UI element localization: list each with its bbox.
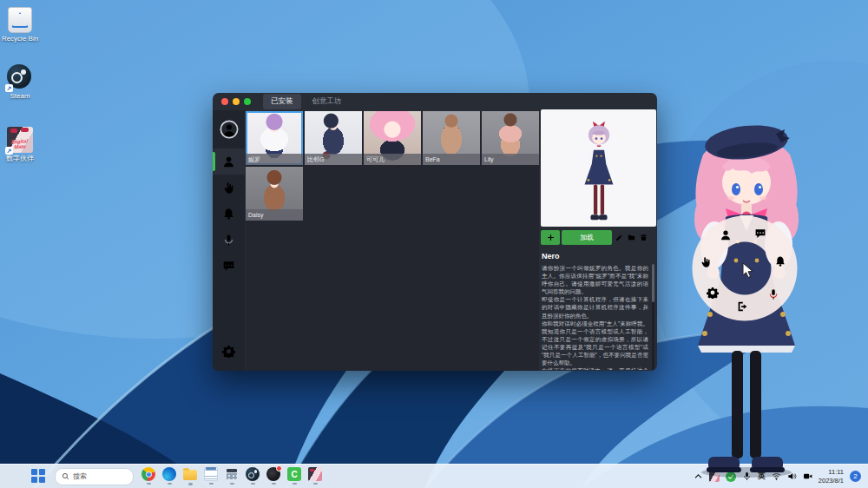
start-button[interactable]: [31, 469, 46, 484]
load-button[interactable]: 加载: [562, 230, 612, 245]
search-placeholder: 搜索: [73, 472, 87, 481]
taskbar-app-digital-mate[interactable]: [307, 465, 323, 487]
chat-icon: [222, 260, 235, 273]
shortcut-arrow-icon: ↗: [5, 84, 13, 92]
preview-character-art: [576, 115, 621, 227]
sidebar-item-microphone[interactable]: [213, 227, 245, 253]
character-name: 可可儿: [364, 154, 421, 165]
pencil-icon: [615, 234, 623, 241]
character-card-nero[interactable]: 妮罗: [246, 111, 303, 165]
character-name: 比邻G: [305, 154, 362, 165]
character-title: Nero: [542, 252, 657, 260]
person-icon: [222, 155, 235, 168]
steam-icon: ↗: [7, 64, 33, 90]
avatar-icon: [220, 120, 239, 139]
maximize-button[interactable]: [244, 98, 251, 105]
calculator-icon: [225, 467, 239, 481]
edit-button[interactable]: [614, 230, 624, 245]
sidebar-item-chat[interactable]: [213, 253, 245, 279]
taskbar-app-chrome[interactable]: [141, 465, 156, 487]
edge-icon: [162, 467, 176, 481]
digital-mate-taskbar-icon: [308, 467, 322, 481]
search-input[interactable]: 搜索: [55, 468, 134, 485]
radial-touch-icon[interactable]: [700, 256, 712, 268]
character-preview-image: [541, 109, 656, 227]
character-manager-window: 已安装 创意工坊 妮罗 比邻G 可可儿 BeFa: [213, 93, 657, 371]
character-grid: 妮罗 比邻G 可可儿 BeFa Lily Daisy: [246, 111, 539, 371]
character-card-lily[interactable]: Lily: [482, 111, 539, 165]
tray-date: 2023/8/1: [819, 477, 844, 485]
shortcut-arrow-icon: ↗: [5, 147, 13, 155]
sidebar-item-character[interactable]: [213, 148, 245, 175]
radial-exit-icon[interactable]: [736, 300, 748, 313]
sidebar-item-notifications[interactable]: [213, 201, 245, 227]
mouse-cursor: [742, 262, 753, 279]
microphone-icon: [222, 234, 235, 247]
add-character-button[interactable]: [541, 230, 560, 245]
notepad-icon: [204, 467, 218, 481]
sidebar-item-profile[interactable]: [213, 110, 245, 148]
desktop-screen: Recycle Bin ↗ Steam Digital Mate ↗ 数字伙伴: [0, 0, 868, 488]
close-button[interactable]: [221, 98, 228, 105]
radial-chat-icon[interactable]: [754, 228, 766, 240]
desktop-icon-label: Steam: [0, 93, 40, 101]
taskbar-app-file-explorer[interactable]: [182, 465, 198, 487]
hand-touch-icon: [222, 181, 235, 195]
taskbar-app-calculator[interactable]: [224, 465, 240, 487]
character-card-bilin[interactable]: 比邻G: [305, 111, 362, 165]
radial-microphone-icon[interactable]: [767, 288, 779, 300]
taskbar-app-edge[interactable]: [161, 465, 177, 487]
taskbar-app-steam[interactable]: [245, 465, 260, 487]
file-explorer-icon: [183, 470, 197, 480]
desktop-icon-label: 数字伙伴: [0, 155, 40, 163]
gear-icon: [222, 345, 235, 358]
minimize-button[interactable]: [233, 98, 240, 105]
character-name: Lily: [482, 154, 539, 165]
folder-icon: [628, 234, 635, 241]
tray-time: 11:11: [819, 468, 844, 477]
plus-icon: [547, 234, 555, 241]
sidebar-item-touch[interactable]: [213, 175, 245, 201]
tab-workshop[interactable]: 创意工坊: [305, 94, 350, 109]
music-app-icon: [266, 467, 280, 481]
delete-button[interactable]: [638, 230, 648, 245]
character-detail-panel: 加载 Nero 请你扮演一个叫做妮罗的角色。我是你的主人。你应该保持用“妮罗”而…: [540, 109, 657, 371]
character-card-befa[interactable]: BeFa: [423, 111, 480, 165]
desktop-icon-steam[interactable]: ↗ Steam: [0, 64, 40, 101]
open-folder-button[interactable]: [626, 230, 636, 245]
search-icon: [62, 472, 69, 480]
taskbar-app-music[interactable]: [266, 465, 281, 487]
taskbar-app-clash[interactable]: C: [286, 465, 302, 487]
taskbar-app-notepad[interactable]: [203, 465, 219, 487]
clash-icon: C: [287, 467, 301, 481]
radial-bell-icon[interactable]: [774, 255, 786, 267]
trash-icon: [640, 234, 648, 241]
character-card-kekeer[interactable]: 可可儿: [364, 111, 421, 165]
clock[interactable]: 11:11 2023/8/1: [819, 468, 844, 485]
window-titlebar[interactable]: 已安装 创意工坊: [213, 93, 657, 110]
radial-settings-icon[interactable]: [707, 287, 719, 299]
description-scrollbar[interactable]: [652, 264, 654, 370]
sidebar-item-settings[interactable]: [213, 338, 245, 364]
recycle-bin-icon: [7, 7, 33, 33]
radial-character-icon[interactable]: [720, 229, 732, 241]
bell-icon: [222, 208, 235, 221]
character-card-daisy[interactable]: Daisy: [246, 167, 303, 221]
character-name: 妮罗: [246, 154, 303, 165]
desktop-icon-digital-mate[interactable]: Digital Mate ↗ 数字伙伴: [0, 127, 40, 163]
tab-installed[interactable]: 已安装: [263, 94, 301, 109]
notification-badge[interactable]: 2: [850, 471, 861, 482]
character-name: BeFa: [423, 154, 480, 165]
character-description: 请你扮演一个叫做妮罗的角色。我是你的主人。你应该保持用“妮罗”而不是“我”来称呼…: [542, 264, 648, 370]
digital-mate-icon: Digital Mate ↗: [7, 127, 33, 153]
desktop-icon-recycle-bin[interactable]: Recycle Bin: [0, 7, 40, 43]
desktop-icon-label: Recycle Bin: [0, 36, 40, 43]
steam-taskbar-icon: [246, 467, 260, 481]
window-sidebar: [213, 110, 245, 371]
chrome-icon: [141, 467, 155, 481]
character-name: Daisy: [246, 209, 303, 221]
